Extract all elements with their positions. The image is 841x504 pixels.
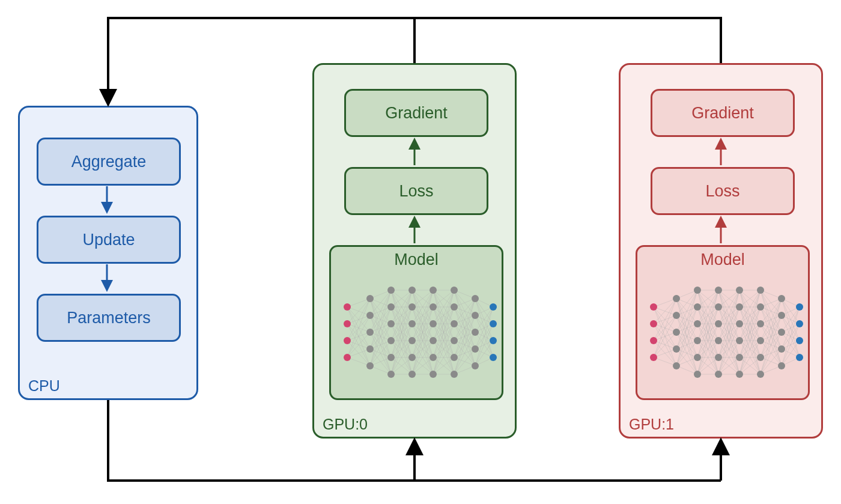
svg-line-173 [454, 299, 475, 341]
svg-point-477 [715, 354, 722, 361]
svg-point-247 [490, 320, 497, 327]
svg-point-221 [387, 354, 395, 361]
svg-point-463 [673, 312, 680, 319]
svg-line-269 [654, 357, 676, 366]
gpu0-model-block: Model [329, 245, 503, 400]
svg-line-185 [454, 332, 475, 374]
svg-point-224 [408, 303, 416, 311]
gpu0-step-loss: Loss [344, 167, 488, 215]
gpu1-model-label: Model [637, 247, 808, 269]
svg-point-472 [694, 371, 701, 378]
svg-point-244 [472, 345, 479, 353]
svg-point-208 [344, 303, 351, 311]
svg-point-465 [673, 345, 680, 353]
svg-point-223 [408, 287, 416, 294]
svg-line-294 [676, 290, 697, 366]
svg-point-239 [451, 354, 458, 361]
svg-point-238 [451, 337, 458, 344]
svg-point-495 [778, 362, 785, 369]
svg-line-296 [676, 324, 697, 366]
svg-line-44 [370, 290, 391, 366]
svg-point-497 [796, 320, 803, 327]
svg-point-242 [472, 312, 479, 319]
svg-line-255 [654, 299, 676, 324]
gpu1-step-loss: Loss [651, 167, 795, 215]
svg-point-494 [778, 345, 785, 353]
svg-line-266 [654, 315, 676, 357]
svg-point-470 [694, 337, 701, 344]
svg-point-215 [366, 345, 374, 353]
svg-point-228 [408, 371, 416, 378]
svg-line-433 [761, 299, 782, 374]
svg-point-478 [715, 371, 722, 378]
svg-point-467 [694, 287, 701, 294]
svg-point-216 [366, 362, 374, 369]
svg-point-493 [778, 329, 785, 336]
svg-point-211 [344, 354, 351, 361]
svg-line-267 [654, 332, 676, 357]
svg-point-479 [736, 287, 743, 294]
svg-line-268 [654, 349, 676, 357]
gpu0-label: GPU:0 [323, 416, 368, 433]
svg-line-435 [761, 332, 782, 374]
gpu0-step-gradient: Gradient [344, 89, 488, 137]
svg-point-219 [387, 320, 395, 327]
svg-line-206 [475, 341, 493, 366]
svg-point-475 [715, 320, 722, 327]
svg-line-32 [370, 290, 391, 332]
svg-point-476 [715, 337, 722, 344]
svg-point-237 [451, 320, 458, 327]
svg-line-16 [347, 315, 370, 357]
svg-point-468 [694, 303, 701, 311]
svg-point-246 [490, 303, 497, 311]
svg-line-186 [454, 349, 475, 374]
svg-point-234 [430, 371, 437, 378]
svg-point-460 [650, 337, 657, 344]
gpu1-step-gradient: Gradient [651, 89, 795, 137]
svg-line-436 [761, 349, 782, 374]
svg-point-220 [387, 337, 395, 344]
svg-point-218 [387, 303, 395, 311]
svg-point-489 [757, 354, 764, 361]
svg-point-227 [408, 354, 416, 361]
cpu-step-aggregate: Aggregate [37, 138, 181, 186]
gpu1-nn-icon [640, 272, 809, 392]
svg-point-498 [796, 337, 803, 344]
svg-point-233 [430, 354, 437, 361]
svg-point-226 [408, 337, 416, 344]
svg-line-19 [347, 357, 370, 366]
svg-point-464 [673, 329, 680, 336]
gpu1-model-block: Model [636, 245, 810, 400]
svg-line-17 [347, 332, 370, 357]
cpu-panel: Aggregate Update Parameters CPU [18, 106, 198, 400]
svg-point-245 [472, 362, 479, 369]
svg-point-240 [451, 371, 458, 378]
svg-point-236 [451, 303, 458, 311]
gpu0-panel: Gradient Loss Model GPU:0 [312, 63, 517, 439]
svg-point-469 [694, 320, 701, 327]
cpu-label: CPU [28, 377, 60, 395]
svg-point-222 [387, 371, 395, 378]
svg-line-456 [782, 341, 800, 366]
svg-point-474 [715, 303, 722, 311]
gpu1-panel: Gradient Loss Model GPU:1 [619, 63, 823, 439]
svg-point-481 [736, 320, 743, 327]
svg-point-483 [736, 354, 743, 361]
svg-line-276 [676, 290, 697, 315]
svg-point-482 [736, 337, 743, 344]
svg-point-209 [344, 320, 351, 327]
svg-point-471 [694, 354, 701, 361]
svg-point-486 [757, 303, 764, 311]
svg-point-473 [715, 287, 722, 294]
svg-point-212 [366, 295, 374, 302]
svg-point-490 [757, 371, 764, 378]
svg-point-241 [472, 295, 479, 302]
svg-point-459 [650, 320, 657, 327]
svg-point-243 [472, 329, 479, 336]
svg-line-282 [676, 290, 697, 332]
svg-point-230 [430, 303, 437, 311]
svg-point-487 [757, 320, 764, 327]
svg-point-484 [736, 371, 743, 378]
svg-point-235 [451, 287, 458, 294]
cpu-step-parameters: Parameters [37, 294, 181, 342]
